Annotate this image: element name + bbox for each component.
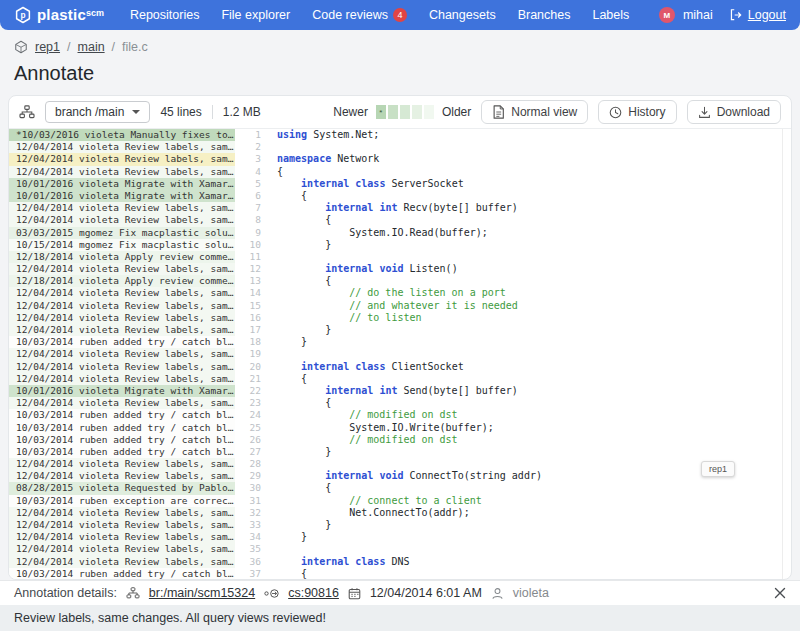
nav-item-label: Labels [592, 8, 629, 22]
annotation-row[interactable]: 12/04/2014 violeta Review labels, same c… [9, 324, 235, 336]
nav-item-labels[interactable]: Labels [592, 8, 629, 22]
annotation-row[interactable]: 10/03/2014 ruben added try / catch block… [9, 409, 235, 421]
annotation-row[interactable]: 08/28/2015 violeta Requested by Pablo: r… [9, 482, 235, 494]
code-line: { [277, 190, 791, 202]
vertical-scrollbar[interactable] [782, 129, 791, 580]
annotation-row[interactable]: 10/03/2014 ruben added try / catch block… [9, 422, 235, 434]
annotation-row[interactable]: 10/01/2016 violeta Migrate with Xamarin … [9, 190, 235, 202]
annotation-row[interactable]: 12/04/2014 violeta Review labels, same c… [9, 312, 235, 324]
line-number: 28 [235, 458, 265, 470]
annotation-author: violeta [513, 586, 549, 600]
history-button[interactable]: History [598, 100, 676, 124]
breadcrumb-repo-link[interactable]: rep1 [35, 40, 60, 54]
annotation-row[interactable]: 12/04/2014 violeta Review labels, same c… [9, 348, 235, 360]
close-details-button[interactable] [774, 587, 786, 599]
avatar[interactable]: M [659, 7, 675, 23]
line-number: 30 [235, 482, 265, 494]
annotation-row[interactable]: 12/04/2014 violeta Review labels, same c… [9, 507, 235, 519]
breadcrumb-branch-link[interactable]: main [78, 40, 105, 54]
line-number: 9 [235, 227, 265, 239]
annotation-row[interactable]: 12/04/2014 violeta Review labels, same c… [9, 202, 235, 214]
repo-tooltip: rep1 [701, 461, 735, 477]
logo-sup: scm [86, 8, 104, 18]
branch-selector-dropdown[interactable]: branch /main [45, 101, 150, 123]
annotation-row[interactable]: 12/04/2014 violeta Review labels, same c… [9, 373, 235, 385]
annotation-row[interactable]: 10/03/2014 ruben added try / catch block… [9, 434, 235, 446]
annotation-row[interactable]: 12/04/2014 violeta Review labels, same c… [9, 287, 235, 299]
nav-item-code-reviews[interactable]: Code reviews4 [312, 8, 407, 22]
annotation-row[interactable]: *10/03/2016 violeta Manually fixes to me… [9, 129, 235, 141]
annotation-row[interactable]: 12/04/2014 violeta Review labels, same c… [9, 519, 235, 531]
nav-item-branches[interactable]: Branches [518, 8, 571, 22]
code-line: // modified on dst [277, 434, 791, 446]
line-number: 15 [235, 300, 265, 312]
code-line: } [277, 324, 791, 336]
line-number: 10 [235, 239, 265, 251]
code-line [277, 348, 791, 360]
annotation-row[interactable]: 12/04/2014 violeta Review labels, same c… [9, 214, 235, 226]
legend-squares: * [376, 105, 434, 119]
annotation-row[interactable]: 12/04/2014 violeta Review labels, same c… [9, 556, 235, 568]
line-number: 36 [235, 556, 265, 568]
branch-tree-icon [19, 105, 35, 119]
annotation-row[interactable]: 12/04/2014 violeta Review labels, same c… [9, 263, 235, 275]
annotation-row[interactable]: 12/04/2014 violeta Review labels, same c… [9, 166, 235, 178]
line-number: 8 [235, 214, 265, 226]
code-line: } [277, 446, 791, 458]
line-number: 26 [235, 434, 265, 446]
changeset-icon [264, 588, 279, 599]
line-number: 1 [235, 129, 265, 141]
plasticscm-logo[interactable]: p plasticscm [14, 6, 104, 24]
legend-square [388, 105, 398, 119]
annotation-row[interactable]: 12/04/2014 violeta Review labels, same c… [9, 361, 235, 373]
line-count: 45 lines [160, 105, 201, 119]
code-line: { [277, 397, 791, 409]
line-number: 31 [235, 495, 265, 507]
annotation-row[interactable]: 12/18/2014 violeta Apply review comments… [9, 275, 235, 287]
annotation-row[interactable]: 10/03/2014 ruben exception are correctly… [9, 495, 235, 507]
code-line: { [277, 214, 791, 226]
annotation-row[interactable]: 03/03/2015 mgomez Fix macplastic solutio… [9, 227, 235, 239]
breadcrumb: rep1 / main / file.c [14, 40, 148, 54]
annotation-row[interactable]: 10/03/2014 ruben added try / catch block… [9, 446, 235, 458]
code-line: internal int Recv(byte[] buffer) [277, 202, 791, 214]
line-number: 32 [235, 507, 265, 519]
annotation-row[interactable]: 12/04/2014 violeta Review labels, same c… [9, 458, 235, 470]
annotation-row[interactable]: 12/04/2014 violeta Review labels, same c… [9, 397, 235, 409]
breadcrumb-separator: / [112, 40, 115, 54]
annotation-row[interactable]: 10/01/2016 violeta Migrate with Xamarin … [9, 385, 235, 397]
annotation-row[interactable]: 12/04/2014 violeta Review labels, same c… [9, 531, 235, 543]
annotation-row[interactable]: 12/04/2014 violeta Review labels, same c… [9, 141, 235, 153]
annotate-card: branch /main 45 lines 1.2 MB Newer * Old… [8, 95, 792, 580]
code-line: } [277, 336, 791, 348]
annotation-row[interactable]: 12/04/2014 violeta Review labels, same c… [9, 470, 235, 482]
svg-text:p: p [20, 11, 25, 20]
logout-button[interactable]: Logout [729, 8, 786, 22]
line-number: 33 [235, 519, 265, 531]
annotation-row[interactable]: 12/04/2014 violeta Review labels, same c… [9, 300, 235, 312]
annotation-row[interactable]: 10/15/2014 mgomez Fix macplastic solutio… [9, 239, 235, 251]
annotation-row[interactable]: 12/04/2014 violeta Review labels, same c… [9, 543, 235, 555]
nav-item-changesets[interactable]: Changesets [429, 8, 496, 22]
nav-item-label: Branches [518, 8, 571, 22]
annotation-row[interactable]: 12/04/2014 violeta Review labels, same c… [9, 153, 235, 165]
normal-view-button[interactable]: Normal view [481, 100, 588, 124]
code-line: Net.ConnectTo(addr); [277, 507, 791, 519]
chevron-down-icon [132, 110, 140, 114]
annotation-row[interactable]: 10/01/2016 violeta Migrate with Xamarin … [9, 178, 235, 190]
annotation-row[interactable]: 10/03/2014 ruben added try / catch block… [9, 336, 235, 348]
nav-item-file-explorer[interactable]: File explorer [221, 8, 290, 22]
download-button[interactable]: Download [687, 100, 781, 124]
annotation-row[interactable]: 12/18/2014 violeta Apply review comments… [9, 251, 235, 263]
annotate-body: *10/03/2016 violeta Manually fixes to me… [9, 129, 791, 580]
annotation-row[interactable]: 10/03/2014 ruben added try / catch block… [9, 568, 235, 580]
code-line: internal class ClientSocket [277, 361, 791, 373]
page-title: Annotate [14, 62, 94, 85]
nav-item-repositories[interactable]: Repositories [130, 8, 199, 22]
line-number: 20 [235, 361, 265, 373]
line-number: 18 [235, 336, 265, 348]
changeset-link[interactable]: cs:90816 [288, 586, 339, 600]
code-line: { [277, 373, 791, 385]
branch-link[interactable]: br:/main/scm15324 [149, 586, 255, 600]
legend-older-label: Older [442, 105, 471, 119]
